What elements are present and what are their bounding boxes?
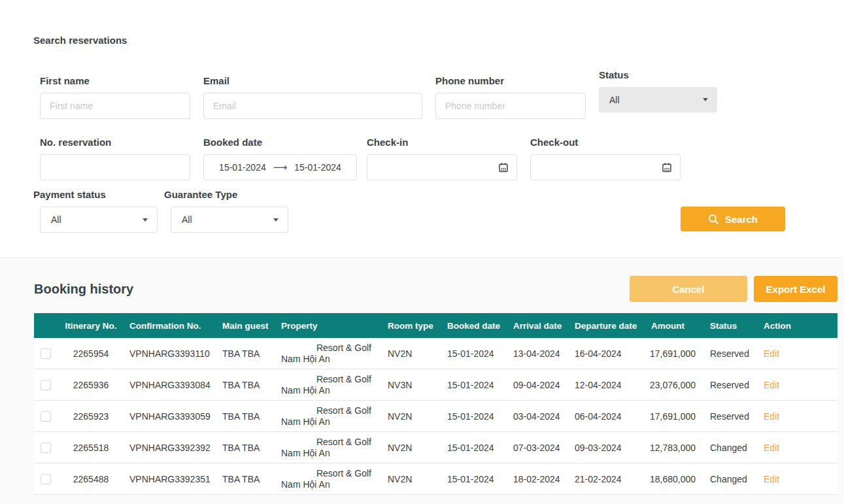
booked-date-from: 15-01-2024 bbox=[219, 162, 266, 173]
arrival-date-cell: 09-04-2024 bbox=[505, 380, 567, 390]
confirmation-cell: VPNHARG3393110 bbox=[124, 348, 217, 359]
header-main-guest: Main guest bbox=[217, 321, 276, 331]
booked-date-cell: 15-01-2024 bbox=[439, 474, 505, 484]
search-reservations-section: Search reservations First name Email Pho… bbox=[0, 0, 844, 258]
status-cell: Changed bbox=[701, 474, 757, 484]
arrival-date-cell: 03-04-2024 bbox=[505, 411, 567, 422]
chevron-down-icon bbox=[143, 218, 148, 222]
email-field: Email bbox=[203, 75, 422, 119]
check-out-input[interactable] bbox=[530, 154, 681, 180]
search-button[interactable]: Search bbox=[681, 207, 785, 231]
first-name-input[interactable] bbox=[40, 93, 190, 119]
main-guest-cell: TBA TBA bbox=[217, 411, 276, 422]
search-section-title: Search reservations bbox=[33, 35, 844, 46]
search-button-label: Search bbox=[725, 214, 758, 225]
payment-status-field: Payment status All bbox=[40, 188, 158, 233]
property-line2: Nam Hội An bbox=[276, 385, 379, 396]
booking-history-header: Booking history Cancel Export Excel bbox=[0, 258, 844, 302]
guarantee-type-field: Guarantee Type All bbox=[171, 188, 288, 233]
payment-status-select[interactable]: All bbox=[40, 207, 158, 233]
calendar-icon[interactable] bbox=[498, 162, 509, 173]
guarantee-type-value: All bbox=[182, 214, 273, 225]
booked-date-range-input[interactable]: 15-01-2024 ⟶ 15-01-2024 bbox=[203, 154, 357, 180]
property-line2: Nam Hội An bbox=[276, 354, 379, 365]
chevron-down-icon bbox=[703, 98, 708, 101]
confirmation-cell: VPNHARG3393084 bbox=[124, 380, 217, 390]
search-form: First name Email Phone number Status All bbox=[40, 75, 844, 233]
export-excel-button[interactable]: Export Excel bbox=[754, 276, 837, 302]
departure-date-cell: 16-04-2024 bbox=[567, 348, 646, 359]
edit-link[interactable]: Edit bbox=[764, 411, 779, 422]
header-confirmation: Confirmation No. bbox=[124, 321, 217, 331]
email-label: Email bbox=[203, 75, 422, 87]
departure-date-cell: 09-03-2024 bbox=[567, 443, 646, 453]
status-cell: Changed bbox=[701, 443, 757, 453]
status-cell: Reserved bbox=[701, 380, 757, 390]
cancel-button[interactable]: Cancel bbox=[630, 276, 747, 302]
amount-cell: 23,076,000 bbox=[646, 380, 701, 390]
row-checkbox[interactable] bbox=[41, 443, 51, 453]
property-line1: Resort & Golf bbox=[276, 468, 379, 479]
property-line2: Nam Hội An bbox=[276, 479, 379, 490]
edit-link[interactable]: Edit bbox=[764, 474, 779, 484]
row-checkbox[interactable] bbox=[41, 348, 51, 359]
room-type-cell: NV2N bbox=[379, 348, 439, 359]
itinerary-cell: 2265488 bbox=[58, 474, 124, 484]
property-cell: Resort & Golf Nam Hội An bbox=[276, 374, 379, 396]
departure-date-cell: 12-04-2024 bbox=[567, 380, 646, 390]
confirmation-cell: VPNHARG3393059 bbox=[124, 411, 217, 422]
calendar-icon[interactable] bbox=[662, 162, 672, 173]
itinerary-cell: 2265518 bbox=[58, 443, 124, 453]
property-cell: Resort & Golf Nam Hội An bbox=[276, 343, 379, 365]
itinerary-cell: 2265954 bbox=[58, 348, 124, 359]
booked-date-cell: 15-01-2024 bbox=[439, 380, 505, 390]
itinerary-cell: 2265923 bbox=[58, 411, 124, 422]
edit-link[interactable]: Edit bbox=[764, 380, 779, 390]
departure-date-cell: 06-04-2024 bbox=[567, 411, 646, 422]
header-amount: Amount bbox=[646, 321, 701, 331]
booked-date-to: 15-01-2024 bbox=[294, 162, 341, 173]
row-checkbox[interactable] bbox=[41, 380, 51, 390]
check-in-field: Check-in bbox=[367, 136, 517, 180]
check-in-input[interactable] bbox=[367, 154, 517, 180]
amount-cell: 12,783,000 bbox=[646, 443, 701, 453]
booked-date-label: Booked date bbox=[203, 136, 357, 148]
amount-cell: 17,691,000 bbox=[646, 348, 701, 359]
header-action: Action bbox=[757, 321, 837, 331]
check-out-label: Check-out bbox=[530, 136, 681, 148]
check-in-label: Check-in bbox=[367, 136, 517, 148]
status-select-value: All bbox=[609, 95, 703, 105]
main-guest-cell: TBA TBA bbox=[217, 474, 276, 484]
header-booked-date: Booked date bbox=[439, 321, 505, 331]
booking-history-title: Booking history bbox=[34, 282, 133, 297]
first-name-label: First name bbox=[40, 75, 190, 87]
table-row: 2265488 VPNHARG3392351 TBA TBA Resort & … bbox=[34, 463, 837, 495]
property-line1: Resort & Golf bbox=[276, 343, 379, 354]
status-select[interactable]: All bbox=[599, 87, 717, 112]
booked-date-cell: 15-01-2024 bbox=[439, 443, 505, 453]
table-body: 2265954 VPNHARG3393110 TBA TBA Resort & … bbox=[34, 338, 837, 495]
property-cell: Resort & Golf Nam Hội An bbox=[276, 468, 379, 490]
property-line1: Resort & Golf bbox=[276, 405, 379, 416]
booked-date-cell: 15-01-2024 bbox=[439, 348, 505, 359]
confirmation-cell: VPNHARG3392392 bbox=[124, 443, 217, 453]
row-checkbox[interactable] bbox=[41, 411, 51, 422]
room-type-cell: NV2N bbox=[379, 411, 439, 422]
phone-input[interactable] bbox=[435, 93, 586, 119]
guarantee-type-select[interactable]: All bbox=[171, 207, 288, 233]
table-row: 2265954 VPNHARG3393110 TBA TBA Resort & … bbox=[34, 338, 837, 369]
no-reservation-input[interactable] bbox=[40, 154, 190, 180]
status-cell: Reserved bbox=[701, 411, 757, 422]
room-type-cell: NV2N bbox=[379, 474, 439, 484]
email-input[interactable] bbox=[203, 93, 422, 119]
status-label: Status bbox=[599, 69, 717, 81]
edit-link[interactable]: Edit bbox=[764, 443, 779, 453]
edit-link[interactable]: Edit bbox=[764, 348, 779, 359]
payment-status-value: All bbox=[51, 214, 143, 225]
row-checkbox[interactable] bbox=[41, 474, 51, 484]
search-icon bbox=[708, 214, 719, 225]
table-row: 2265923 VPNHARG3393059 TBA TBA Resort & … bbox=[34, 401, 837, 432]
main-guest-cell: TBA TBA bbox=[217, 380, 276, 390]
main-guest-cell: TBA TBA bbox=[217, 348, 276, 359]
arrival-date-cell: 13-04-2024 bbox=[505, 348, 567, 359]
